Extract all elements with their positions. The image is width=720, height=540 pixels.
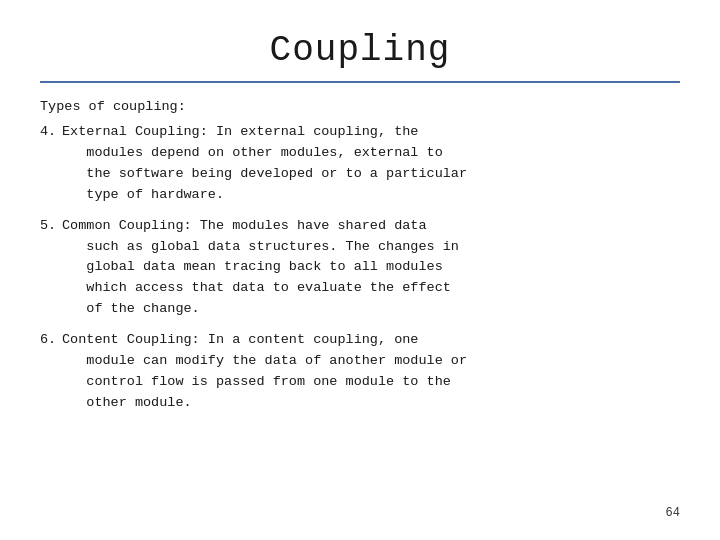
slide: Coupling Types of coupling: 4. External … xyxy=(0,0,720,540)
content-area: Types of coupling: 4. External Coupling:… xyxy=(40,97,680,502)
list-text-5: Common Coupling: The modules have shared… xyxy=(62,216,459,321)
list-number-6: 6. xyxy=(40,330,62,351)
section-heading: Types of coupling: xyxy=(40,97,680,118)
title-area: Coupling xyxy=(40,30,680,71)
divider xyxy=(40,81,680,83)
list-item-5: 5. Common Coupling: The modules have sha… xyxy=(40,216,680,321)
list-number-5: 5. xyxy=(40,216,62,237)
slide-title: Coupling xyxy=(40,30,680,71)
list-text-4: External Coupling: In external coupling,… xyxy=(62,122,467,206)
page-number: 64 xyxy=(40,502,680,520)
list-item-6: 6. Content Coupling: In a content coupli… xyxy=(40,330,680,414)
list-text-6: Content Coupling: In a content coupling,… xyxy=(62,330,467,414)
list-number-4: 4. xyxy=(40,122,62,143)
list-item-4: 4. External Coupling: In external coupli… xyxy=(40,122,680,206)
